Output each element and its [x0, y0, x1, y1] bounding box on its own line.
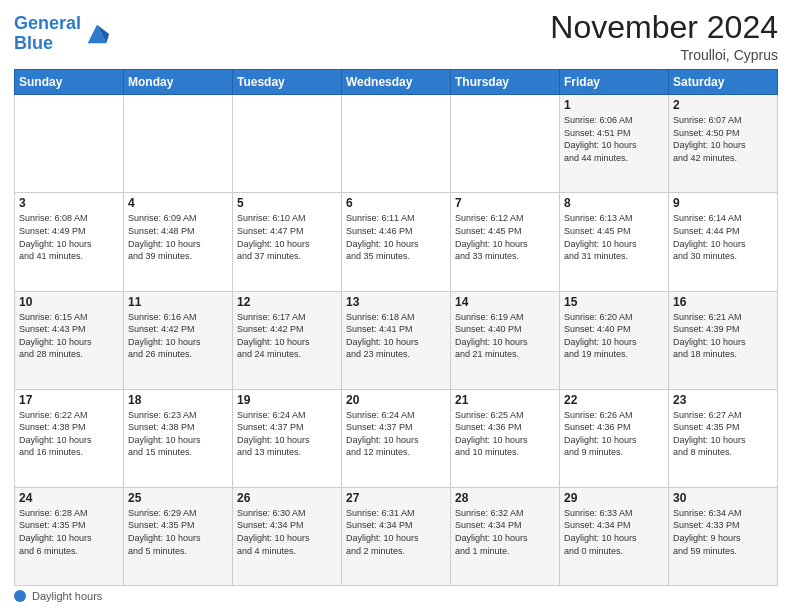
day-number: 1: [564, 98, 664, 112]
empty-cell: [451, 95, 560, 193]
day-cell-22: 22Sunrise: 6:26 AM Sunset: 4:36 PM Dayli…: [560, 389, 669, 487]
day-info: Sunrise: 6:13 AM Sunset: 4:45 PM Dayligh…: [564, 212, 664, 262]
day-cell-25: 25Sunrise: 6:29 AM Sunset: 4:35 PM Dayli…: [124, 487, 233, 585]
day-info: Sunrise: 6:20 AM Sunset: 4:40 PM Dayligh…: [564, 311, 664, 361]
day-number: 3: [19, 196, 119, 210]
day-info: Sunrise: 6:33 AM Sunset: 4:34 PM Dayligh…: [564, 507, 664, 557]
day-info: Sunrise: 6:27 AM Sunset: 4:35 PM Dayligh…: [673, 409, 773, 459]
day-info: Sunrise: 6:06 AM Sunset: 4:51 PM Dayligh…: [564, 114, 664, 164]
logo-text: General Blue: [14, 14, 81, 54]
day-number: 8: [564, 196, 664, 210]
day-number: 16: [673, 295, 773, 309]
day-info: Sunrise: 6:30 AM Sunset: 4:34 PM Dayligh…: [237, 507, 337, 557]
col-header-tuesday: Tuesday: [233, 70, 342, 95]
day-info: Sunrise: 6:15 AM Sunset: 4:43 PM Dayligh…: [19, 311, 119, 361]
empty-cell: [342, 95, 451, 193]
day-info: Sunrise: 6:17 AM Sunset: 4:42 PM Dayligh…: [237, 311, 337, 361]
calendar-table: SundayMondayTuesdayWednesdayThursdayFrid…: [14, 69, 778, 586]
day-cell-14: 14Sunrise: 6:19 AM Sunset: 4:40 PM Dayli…: [451, 291, 560, 389]
day-number: 5: [237, 196, 337, 210]
day-cell-10: 10Sunrise: 6:15 AM Sunset: 4:43 PM Dayli…: [15, 291, 124, 389]
week-row-2: 10Sunrise: 6:15 AM Sunset: 4:43 PM Dayli…: [15, 291, 778, 389]
day-info: Sunrise: 6:16 AM Sunset: 4:42 PM Dayligh…: [128, 311, 228, 361]
day-cell-12: 12Sunrise: 6:17 AM Sunset: 4:42 PM Dayli…: [233, 291, 342, 389]
title-block: November 2024 Troulloi, Cyprus: [550, 10, 778, 63]
day-cell-9: 9Sunrise: 6:14 AM Sunset: 4:44 PM Daylig…: [669, 193, 778, 291]
day-cell-13: 13Sunrise: 6:18 AM Sunset: 4:41 PM Dayli…: [342, 291, 451, 389]
day-info: Sunrise: 6:14 AM Sunset: 4:44 PM Dayligh…: [673, 212, 773, 262]
day-cell-1: 1Sunrise: 6:06 AM Sunset: 4:51 PM Daylig…: [560, 95, 669, 193]
footer: Daylight hours: [14, 590, 778, 602]
logo: General Blue: [14, 14, 111, 54]
day-info: Sunrise: 6:24 AM Sunset: 4:37 PM Dayligh…: [237, 409, 337, 459]
col-header-monday: Monday: [124, 70, 233, 95]
day-number: 25: [128, 491, 228, 505]
day-number: 7: [455, 196, 555, 210]
day-number: 20: [346, 393, 446, 407]
day-cell-18: 18Sunrise: 6:23 AM Sunset: 4:38 PM Dayli…: [124, 389, 233, 487]
day-number: 29: [564, 491, 664, 505]
col-header-sunday: Sunday: [15, 70, 124, 95]
day-cell-15: 15Sunrise: 6:20 AM Sunset: 4:40 PM Dayli…: [560, 291, 669, 389]
day-info: Sunrise: 6:08 AM Sunset: 4:49 PM Dayligh…: [19, 212, 119, 262]
day-number: 4: [128, 196, 228, 210]
day-info: Sunrise: 6:25 AM Sunset: 4:36 PM Dayligh…: [455, 409, 555, 459]
empty-cell: [15, 95, 124, 193]
day-cell-6: 6Sunrise: 6:11 AM Sunset: 4:46 PM Daylig…: [342, 193, 451, 291]
week-row-0: 1Sunrise: 6:06 AM Sunset: 4:51 PM Daylig…: [15, 95, 778, 193]
day-number: 21: [455, 393, 555, 407]
day-info: Sunrise: 6:10 AM Sunset: 4:47 PM Dayligh…: [237, 212, 337, 262]
day-number: 2: [673, 98, 773, 112]
day-number: 12: [237, 295, 337, 309]
day-number: 9: [673, 196, 773, 210]
day-cell-3: 3Sunrise: 6:08 AM Sunset: 4:49 PM Daylig…: [15, 193, 124, 291]
day-info: Sunrise: 6:18 AM Sunset: 4:41 PM Dayligh…: [346, 311, 446, 361]
week-row-3: 17Sunrise: 6:22 AM Sunset: 4:38 PM Dayli…: [15, 389, 778, 487]
day-info: Sunrise: 6:23 AM Sunset: 4:38 PM Dayligh…: [128, 409, 228, 459]
day-number: 30: [673, 491, 773, 505]
location: Troulloi, Cyprus: [550, 47, 778, 63]
calendar-header-row: SundayMondayTuesdayWednesdayThursdayFrid…: [15, 70, 778, 95]
day-info: Sunrise: 6:24 AM Sunset: 4:37 PM Dayligh…: [346, 409, 446, 459]
day-number: 26: [237, 491, 337, 505]
day-info: Sunrise: 6:32 AM Sunset: 4:34 PM Dayligh…: [455, 507, 555, 557]
day-number: 22: [564, 393, 664, 407]
day-cell-17: 17Sunrise: 6:22 AM Sunset: 4:38 PM Dayli…: [15, 389, 124, 487]
day-number: 10: [19, 295, 119, 309]
footer-dot: [14, 590, 26, 602]
day-cell-8: 8Sunrise: 6:13 AM Sunset: 4:45 PM Daylig…: [560, 193, 669, 291]
day-number: 15: [564, 295, 664, 309]
day-cell-30: 30Sunrise: 6:34 AM Sunset: 4:33 PM Dayli…: [669, 487, 778, 585]
day-number: 24: [19, 491, 119, 505]
day-info: Sunrise: 6:09 AM Sunset: 4:48 PM Dayligh…: [128, 212, 228, 262]
day-number: 23: [673, 393, 773, 407]
day-info: Sunrise: 6:28 AM Sunset: 4:35 PM Dayligh…: [19, 507, 119, 557]
day-number: 6: [346, 196, 446, 210]
week-row-4: 24Sunrise: 6:28 AM Sunset: 4:35 PM Dayli…: [15, 487, 778, 585]
col-header-thursday: Thursday: [451, 70, 560, 95]
day-cell-19: 19Sunrise: 6:24 AM Sunset: 4:37 PM Dayli…: [233, 389, 342, 487]
day-cell-28: 28Sunrise: 6:32 AM Sunset: 4:34 PM Dayli…: [451, 487, 560, 585]
day-number: 13: [346, 295, 446, 309]
day-number: 28: [455, 491, 555, 505]
page: General Blue November 2024 Troulloi, Cyp…: [0, 0, 792, 612]
day-info: Sunrise: 6:29 AM Sunset: 4:35 PM Dayligh…: [128, 507, 228, 557]
week-row-1: 3Sunrise: 6:08 AM Sunset: 4:49 PM Daylig…: [15, 193, 778, 291]
day-cell-29: 29Sunrise: 6:33 AM Sunset: 4:34 PM Dayli…: [560, 487, 669, 585]
logo-general: General: [14, 13, 81, 33]
logo-icon: [83, 20, 111, 48]
col-header-friday: Friday: [560, 70, 669, 95]
day-info: Sunrise: 6:12 AM Sunset: 4:45 PM Dayligh…: [455, 212, 555, 262]
day-number: 27: [346, 491, 446, 505]
day-number: 18: [128, 393, 228, 407]
day-cell-4: 4Sunrise: 6:09 AM Sunset: 4:48 PM Daylig…: [124, 193, 233, 291]
day-cell-7: 7Sunrise: 6:12 AM Sunset: 4:45 PM Daylig…: [451, 193, 560, 291]
col-header-wednesday: Wednesday: [342, 70, 451, 95]
day-number: 11: [128, 295, 228, 309]
day-cell-20: 20Sunrise: 6:24 AM Sunset: 4:37 PM Dayli…: [342, 389, 451, 487]
day-info: Sunrise: 6:19 AM Sunset: 4:40 PM Dayligh…: [455, 311, 555, 361]
day-cell-21: 21Sunrise: 6:25 AM Sunset: 4:36 PM Dayli…: [451, 389, 560, 487]
day-number: 14: [455, 295, 555, 309]
day-info: Sunrise: 6:22 AM Sunset: 4:38 PM Dayligh…: [19, 409, 119, 459]
day-cell-27: 27Sunrise: 6:31 AM Sunset: 4:34 PM Dayli…: [342, 487, 451, 585]
